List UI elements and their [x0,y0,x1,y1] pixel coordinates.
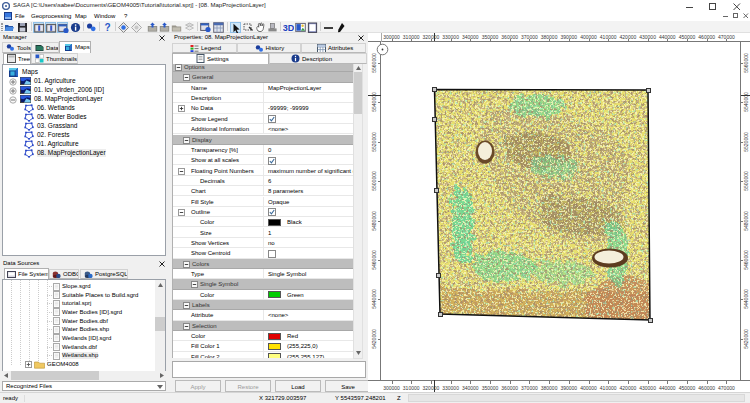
svg-text:?: ? [104,22,110,33]
svg-text:3D: 3D [283,23,294,33]
